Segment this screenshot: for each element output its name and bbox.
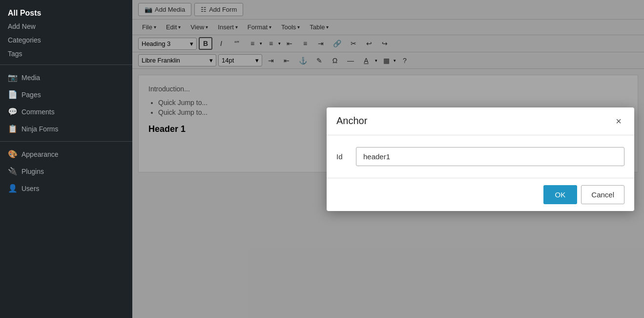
sidebar-item-plugins-label: Plugins [21, 168, 44, 175]
sidebar-item-users[interactable]: 👤 Users [0, 180, 132, 197]
modal-cancel-button[interactable]: Cancel [581, 185, 624, 204]
sidebar-item-appearance-label: Appearance [21, 150, 59, 158]
sidebar-item-categories[interactable]: Categories [0, 33, 132, 47]
plugins-icon: 🔌 [8, 167, 18, 176]
ninja-forms-icon: 📋 [8, 124, 18, 133]
sidebar-divider-2 [0, 141, 132, 142]
modal-id-input[interactable] [356, 147, 624, 166]
modal-close-button[interactable]: × [613, 115, 624, 127]
sidebar-item-appearance[interactable]: 🎨 Appearance [0, 146, 132, 163]
appearance-icon: 🎨 [8, 149, 18, 159]
sidebar-item-plugins[interactable]: 🔌 Plugins [0, 163, 132, 180]
modal-footer: OK Cancel [327, 178, 634, 211]
sidebar-item-users-label: Users [21, 185, 40, 192]
modal-id-label: Id [336, 152, 346, 161]
users-icon: 👤 [8, 184, 18, 193]
sidebar-item-comments-label: Comments [21, 108, 55, 116]
sidebar-item-all-posts[interactable]: All Posts [0, 5, 132, 20]
main-content: 📷 Add Media ☷ Add Form File ▾ Edit ▾ Vie… [132, 0, 644, 318]
sidebar-item-media-label: Media [21, 74, 40, 82]
sidebar-item-media[interactable]: 📷 Media [0, 69, 132, 86]
modal-title: Anchor [336, 115, 367, 127]
sidebar-item-ninja-forms-label: Ninja Forms [21, 125, 58, 133]
sidebar-item-comments[interactable]: 💬 Comments [0, 103, 132, 120]
modal-body: Id [327, 135, 634, 178]
pages-icon: 📄 [8, 90, 18, 99]
anchor-modal: Anchor × Id OK Cancel [327, 107, 634, 211]
sidebar-item-ninja-forms[interactable]: 📋 Ninja Forms [0, 120, 132, 137]
sidebar-item-pages[interactable]: 📄 Pages [0, 86, 132, 103]
sidebar: All Posts Add New Categories Tags 📷 Medi… [0, 0, 132, 318]
comments-icon: 💬 [8, 107, 18, 116]
modal-header: Anchor × [327, 107, 634, 135]
modal-ok-button[interactable]: OK [543, 185, 578, 204]
sidebar-item-tags[interactable]: Tags [0, 47, 132, 61]
sidebar-divider [0, 64, 132, 65]
sidebar-item-pages-label: Pages [21, 91, 41, 99]
media-icon: 📷 [8, 73, 18, 82]
sidebar-item-add-new[interactable]: Add New [0, 20, 132, 33]
